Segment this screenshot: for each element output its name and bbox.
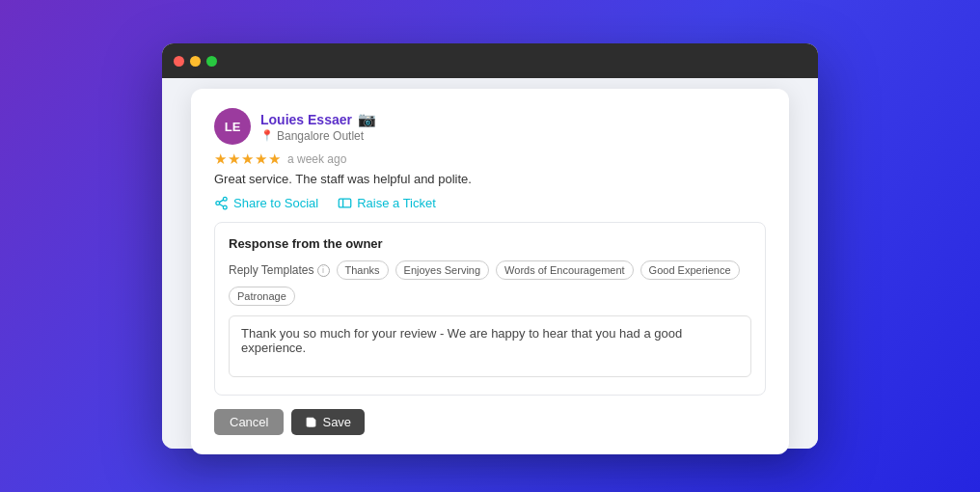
- location-pin-icon: 📍: [260, 129, 274, 142]
- user-name: Louies Essaer: [260, 112, 352, 127]
- user-row: LE Louies Essaer 📷 📍 Bangalore Outlet: [214, 108, 766, 145]
- template-words-encouragement[interactable]: Words of Encouragement: [496, 260, 634, 280]
- template-good-experience[interactable]: Good Experience: [640, 260, 740, 280]
- template-patronage[interactable]: Patronage: [229, 287, 295, 306]
- svg-point-5: [216, 202, 220, 205]
- response-textarea[interactable]: [229, 315, 751, 377]
- reply-templates-label: Reply Templates i: [229, 263, 330, 277]
- svg-rect-9: [339, 199, 351, 207]
- cancel-button[interactable]: Cancel: [214, 409, 284, 435]
- template-thanks[interactable]: Thanks: [337, 260, 389, 280]
- raise-ticket-button[interactable]: Raise a Ticket: [338, 196, 436, 210]
- button-row: Cancel Save: [214, 409, 766, 435]
- time-ago: a week ago: [287, 152, 346, 166]
- share-social-button[interactable]: Share to Social: [214, 196, 318, 210]
- avatar: LE: [214, 108, 251, 145]
- star-rating: ★★★★★: [214, 150, 282, 168]
- location-row: 📍 Bangalore Outlet: [260, 129, 766, 143]
- reply-templates-row: Reply Templates i Thanks Enjoyes Serving…: [229, 260, 751, 306]
- review-card: LE Louies Essaer 📷 📍 Bangalore Outlet ★★…: [191, 89, 789, 454]
- svg-point-6: [223, 205, 227, 209]
- browser-titlebar: [162, 43, 818, 78]
- template-enjoyes-serving[interactable]: Enjoyes Serving: [395, 260, 490, 280]
- svg-line-7: [219, 204, 223, 205]
- minimize-button[interactable]: [190, 56, 201, 67]
- ticket-icon: [338, 196, 352, 210]
- response-title: Response from the owner: [229, 236, 751, 251]
- save-icon: [305, 416, 317, 428]
- share-icon: [214, 196, 229, 210]
- review-text: Great service. The staff was helpful and…: [214, 172, 766, 186]
- maximize-button[interactable]: [206, 56, 217, 67]
- location-text: Bangalore Outlet: [277, 129, 364, 143]
- action-row: Share to Social Raise a Ticket: [214, 196, 766, 210]
- user-name-row: Louies Essaer 📷: [260, 111, 766, 128]
- rating-row: ★★★★★ a week ago: [214, 150, 766, 168]
- save-button[interactable]: Save: [291, 409, 365, 435]
- close-button[interactable]: [174, 56, 184, 67]
- user-info: Louies Essaer 📷 📍 Bangalore Outlet: [260, 111, 766, 143]
- response-section: Response from the owner Reply Templates …: [214, 222, 766, 396]
- svg-line-8: [219, 200, 223, 202]
- svg-point-4: [223, 197, 227, 201]
- info-icon[interactable]: i: [317, 264, 330, 277]
- instagram-icon: 📷: [358, 111, 376, 128]
